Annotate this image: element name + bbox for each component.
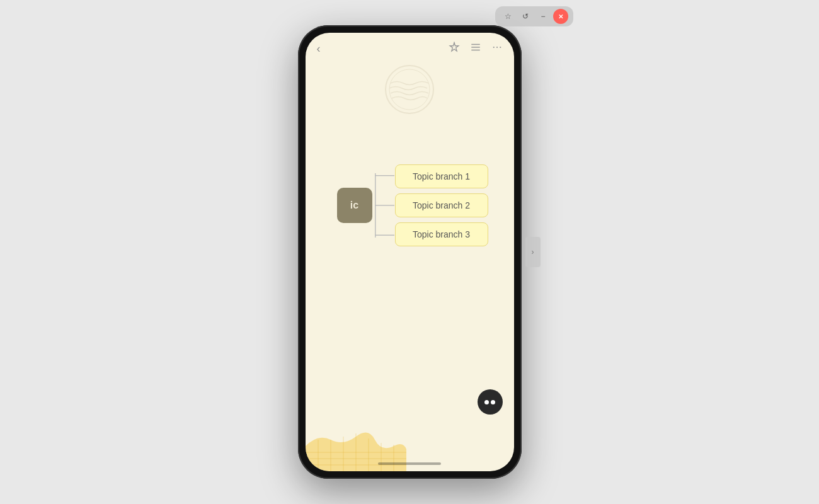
branches-list: Topic branch 1 Topic branch 2 Topic bran… [395,164,488,246]
ai-fab-icon [484,400,495,404]
pin-icon: ☆ [505,12,512,21]
root-node[interactable]: ic [337,188,372,223]
topic-branch-1-label: Topic branch 1 [413,171,470,181]
home-bar [378,462,441,465]
app-header: ‹ [306,33,514,60]
bottom-decoration [306,396,406,471]
svg-point-5 [500,47,501,48]
ai-dot-left [484,400,489,404]
phone-screen: ‹ [306,33,514,471]
branch-connector [372,161,395,249]
header-right [449,42,503,55]
close-icon: ✕ [558,13,563,20]
minimize-button[interactable]: − [536,9,551,24]
window-chrome: ☆ ↺ − ✕ [495,6,573,26]
close-button[interactable]: ✕ [553,9,568,24]
panel-arrow-icon: › [532,248,534,256]
list-header-icon[interactable] [470,42,481,55]
svg-point-4 [496,47,497,48]
topic-branch-1[interactable]: Topic branch 1 [395,164,488,188]
back-button[interactable]: ‹ [317,43,321,54]
topic-branch-2-label: Topic branch 2 [413,200,470,210]
panel-arrow-button[interactable]: › [525,237,541,267]
pin-button[interactable]: ☆ [500,9,515,24]
restore-button[interactable]: ↺ [518,9,533,24]
ai-dot-right [491,400,495,404]
pin-header-icon[interactable] [449,42,460,55]
header-left: ‹ [317,43,321,54]
root-node-label: ic [350,200,358,211]
more-header-icon[interactable] [491,42,503,55]
svg-point-3 [493,47,494,48]
topic-branch-3[interactable]: Topic branch 3 [395,222,488,246]
ai-fab-button[interactable] [478,389,503,415]
phone-frame: ‹ [298,25,522,479]
canvas-area: ic [306,60,514,471]
minimize-icon: − [541,12,545,21]
topic-branch-2[interactable]: Topic branch 2 [395,193,488,217]
mindmap-container: ic [337,161,488,249]
topic-branch-3-label: Topic branch 3 [413,229,470,239]
restore-icon: ↺ [522,12,529,21]
